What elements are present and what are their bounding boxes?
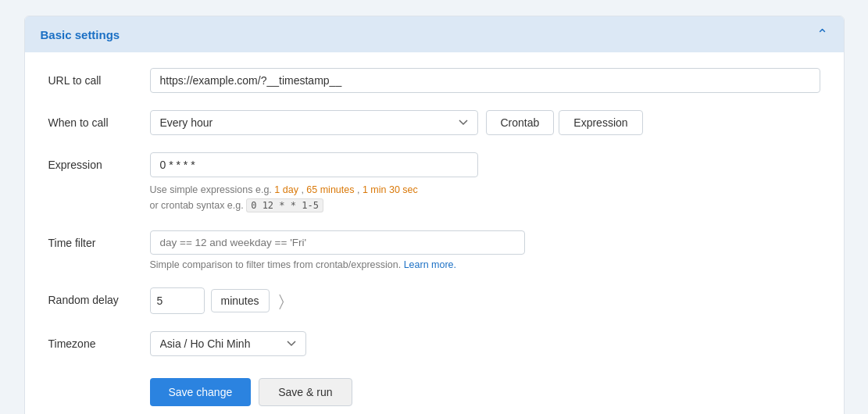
hint-crontab: 0 12 * * 1-5 bbox=[246, 198, 323, 212]
timezone-label: Timezone bbox=[48, 331, 150, 350]
time-filter-label: Time filter bbox=[48, 230, 150, 249]
time-filter-input[interactable] bbox=[150, 230, 525, 255]
when-control: Every minute Every 5 minutes Every 10 mi… bbox=[150, 110, 820, 135]
hint-1min: 1 min bbox=[363, 184, 387, 195]
random-delay-wrap: ▲ ▼ minutes 〉 bbox=[150, 287, 820, 314]
random-delay-control: ▲ ▼ minutes 〉 bbox=[150, 287, 820, 314]
action-control: Save change Save & run bbox=[150, 373, 820, 406]
card-title: Basic settings bbox=[41, 28, 120, 41]
when-select[interactable]: Every minute Every 5 minutes Every 10 mi… bbox=[150, 110, 478, 135]
when-select-group: Every minute Every 5 minutes Every 10 mi… bbox=[150, 110, 820, 135]
hint-text-1: Use simple expressions e.g. bbox=[150, 184, 275, 195]
random-delay-row: Random delay ▲ ▼ minutes 〉 bbox=[48, 287, 820, 314]
time-filter-hint: Simple comparison to filter times from c… bbox=[150, 259, 820, 270]
expression-hint: Use simple expressions e.g. 1 day , 65 m… bbox=[150, 182, 820, 213]
url-control bbox=[150, 68, 820, 93]
timezone-control: UTC Asia / Ho Chi Minh America / New_Yor… bbox=[150, 331, 820, 356]
timezone-row: Timezone UTC Asia / Ho Chi Minh America … bbox=[48, 331, 820, 356]
action-row: Save change Save & run bbox=[48, 373, 820, 406]
save-change-button[interactable]: Save change bbox=[150, 378, 252, 406]
url-input[interactable] bbox=[150, 68, 820, 93]
card-body: URL to call When to call Every minute Ev… bbox=[25, 52, 844, 414]
hint-comma2: , bbox=[357, 184, 363, 195]
save-run-button[interactable]: Save & run bbox=[259, 378, 352, 406]
when-row: When to call Every minute Every 5 minute… bbox=[48, 110, 820, 135]
when-label: When to call bbox=[48, 110, 150, 129]
expression-row: Expression Use simple expressions e.g. 1… bbox=[48, 152, 820, 213]
expression-label: Expression bbox=[48, 152, 150, 171]
card-header: Basic settings ⌃ bbox=[25, 16, 844, 52]
expression-input[interactable] bbox=[150, 152, 478, 177]
expression-button[interactable]: Expression bbox=[559, 110, 642, 135]
action-buttons: Save change Save & run bbox=[150, 378, 820, 406]
random-delay-label: Random delay bbox=[48, 287, 150, 306]
time-filter-row: Time filter Simple comparison to filter … bbox=[48, 230, 820, 270]
delay-value-input[interactable] bbox=[151, 290, 205, 312]
spinner-container: ▲ ▼ bbox=[150, 287, 205, 314]
url-row: URL to call bbox=[48, 68, 820, 93]
time-filter-control: Simple comparison to filter times from c… bbox=[150, 230, 820, 270]
hint-65min: 65 minutes bbox=[306, 184, 354, 195]
minutes-label: minutes bbox=[211, 289, 270, 312]
learn-more-link[interactable]: Learn more. bbox=[404, 259, 456, 270]
action-spacer bbox=[48, 373, 150, 380]
crontab-button[interactable]: Crontab bbox=[486, 110, 555, 135]
hint-30sec: 30 sec bbox=[389, 184, 418, 195]
url-label: URL to call bbox=[48, 68, 150, 87]
expression-control: Use simple expressions e.g. 1 day , 65 m… bbox=[150, 152, 820, 213]
settings-card: Basic settings ⌃ URL to call When to cal… bbox=[24, 16, 845, 414]
time-filter-hint-text: Simple comparison to filter times from c… bbox=[150, 259, 402, 270]
expression-type-buttons: Crontab Expression bbox=[486, 110, 643, 135]
hint-1day: 1 day bbox=[274, 184, 298, 195]
timezone-select[interactable]: UTC Asia / Ho Chi Minh America / New_Yor… bbox=[150, 331, 306, 356]
cursor-icon: 〉 bbox=[279, 292, 284, 310]
hint-text-2: or crontab syntax e.g. bbox=[150, 200, 247, 211]
collapse-icon[interactable]: ⌃ bbox=[816, 26, 828, 43]
